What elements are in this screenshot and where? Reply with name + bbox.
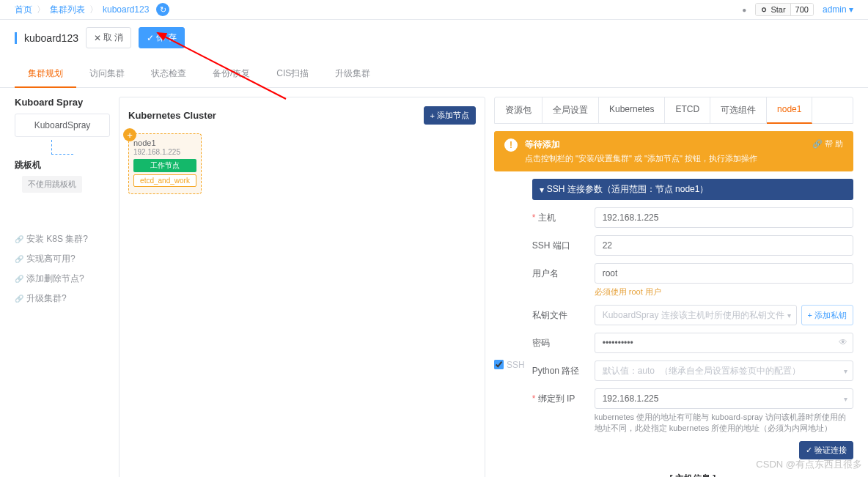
status-dot: ● xyxy=(742,6,746,14)
alert-title: 等待添加 xyxy=(525,138,805,151)
save-button[interactable]: ✓ 保 存 xyxy=(139,27,184,48)
node-tag-worker: 工作节点 xyxy=(133,159,196,172)
cluster-title: Kubernetes Cluster xyxy=(128,110,216,121)
node-card[interactable]: + node1 192.168.1.225 工作节点 etcd_and_work xyxy=(128,133,202,194)
add-node-button[interactable]: + 添加节点 xyxy=(424,106,476,125)
jumpbox-button[interactable]: 不使用跳板机 xyxy=(22,176,82,193)
help-link-install[interactable]: 安装 K8S 集群? xyxy=(15,229,110,249)
label-bindip: 绑定到 IP xyxy=(532,388,595,405)
refresh-icon[interactable]: ↻ xyxy=(156,3,169,16)
cancel-button[interactable]: ✕ 取 消 xyxy=(86,27,131,48)
help-user: 必须使用 root 用户 xyxy=(595,286,853,297)
tab-resource[interactable]: 资源包 xyxy=(495,97,542,123)
breadcrumb-home[interactable]: 首页 xyxy=(15,4,32,16)
tab-etcd[interactable]: ETCD xyxy=(665,97,710,123)
sidebar-title: Kuboard Spray xyxy=(15,97,110,108)
label-password: 密码 xyxy=(532,333,595,350)
host-info-header: [ 主机信息 ] xyxy=(532,465,853,477)
help-link-upgrade[interactable]: 升级集群? xyxy=(15,289,110,308)
input-port[interactable] xyxy=(595,235,853,256)
input-host[interactable] xyxy=(595,207,853,228)
tab-optional[interactable]: 可选组件 xyxy=(710,97,767,123)
github-star-label: ⭘ Star xyxy=(756,4,790,15)
tab-status[interactable]: 状态检查 xyxy=(138,60,199,87)
input-user[interactable] xyxy=(595,263,853,284)
select-python[interactable] xyxy=(595,360,853,381)
chevron-right-icon: 〉 xyxy=(89,4,98,16)
alert-icon: ! xyxy=(504,138,518,152)
label-user: 用户名 xyxy=(532,263,595,280)
tab-node1[interactable]: node1 xyxy=(767,97,812,124)
label-host: 主机 xyxy=(532,207,595,224)
tab-upgrade[interactable]: 升级集群 xyxy=(322,60,383,87)
tab-access[interactable]: 访问集群 xyxy=(76,60,138,87)
input-password[interactable] xyxy=(595,333,853,353)
chevron-right-icon: 〉 xyxy=(37,4,45,16)
ssh-section-header[interactable]: ▾ SSH 连接参数（适用范围：节点 node1） xyxy=(532,179,853,200)
right-tabs: 资源包 全局设置 Kubernetes ETCD 可选组件 node1 xyxy=(494,97,853,124)
help-link-nodes[interactable]: 添加删除节点? xyxy=(15,269,110,289)
chevron-down-icon: ▾ xyxy=(540,185,544,195)
connector-line xyxy=(51,140,73,155)
tab-k8s[interactable]: Kubernetes xyxy=(599,97,665,123)
breadcrumb-list[interactable]: 集群列表 xyxy=(50,4,85,16)
tab-cis[interactable]: CIS扫描 xyxy=(263,60,322,87)
tab-global[interactable]: 全局设置 xyxy=(542,97,599,123)
add-key-button[interactable]: + 添加私钥 xyxy=(801,305,853,325)
sidebar-item-spray[interactable]: KuboardSpray xyxy=(15,114,110,137)
select-keyfile[interactable] xyxy=(595,305,797,325)
node-add-icon[interactable]: + xyxy=(123,128,136,141)
jumpbox-title: 跳板机 xyxy=(15,159,110,171)
label-python: Python 路径 xyxy=(532,360,595,377)
github-badge[interactable]: ⭘ Star 700 xyxy=(755,3,814,16)
alert-help-link[interactable]: 🔗 帮 助 xyxy=(812,138,843,149)
tab-plan[interactable]: 集群规划 xyxy=(15,60,76,87)
label-port: SSH 端口 xyxy=(532,235,595,252)
user-menu[interactable]: admin ▾ xyxy=(823,4,853,15)
alert-pending: ! 等待添加 点击控制栏的 "安装/设置集群" 或 "添加节点" 按钮，执行添加… xyxy=(494,131,853,171)
help-link-ha[interactable]: 实现高可用? xyxy=(15,249,110,269)
node-tag-etcd: etcd_and_work xyxy=(133,174,196,187)
breadcrumb: 首页 〉 集群列表 〉 kuboard123 ↻ xyxy=(15,3,169,16)
node-name: node1 xyxy=(133,138,196,147)
main-tabs: 集群规划 访问集群 状态检查 备份/恢复 CIS扫描 升级集群 xyxy=(0,60,868,88)
alert-desc: 点击控制栏的 "安装/设置集群" 或 "添加节点" 按钮，执行添加操作 xyxy=(525,153,805,164)
page-title: kuboard123 xyxy=(15,32,78,44)
ssh-checkbox[interactable]: SSH xyxy=(494,179,525,477)
node-ip: 192.168.1.225 xyxy=(133,148,196,156)
select-bindip[interactable] xyxy=(595,388,853,409)
validate-button[interactable]: ✓ 验证连接 xyxy=(799,441,853,459)
tab-backup[interactable]: 备份/恢复 xyxy=(199,60,263,87)
help-bindip: kubernetes 使用的地址有可能与 kuboard-spray 访问该机器… xyxy=(595,412,853,434)
label-keyfile: 私钥文件 xyxy=(532,305,595,322)
eye-icon[interactable]: 👁 xyxy=(839,337,847,347)
github-star-count: 700 xyxy=(790,4,813,15)
breadcrumb-current[interactable]: kuboard123 xyxy=(103,4,149,15)
